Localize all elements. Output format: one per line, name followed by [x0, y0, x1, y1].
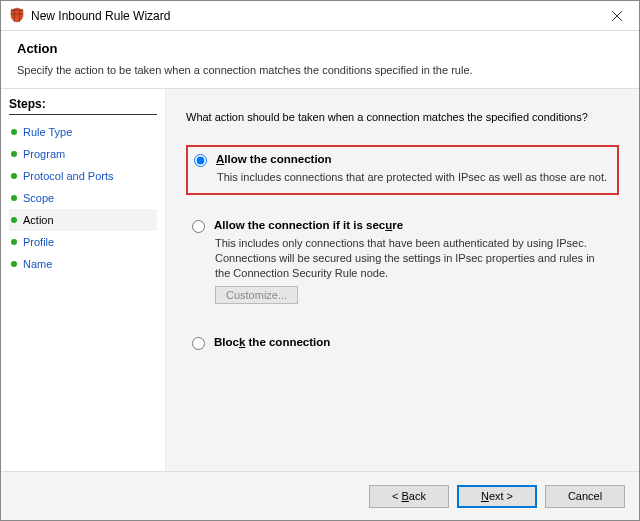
page-subtitle: Specify the action to be taken when a co… [17, 64, 623, 76]
bullet-icon [11, 239, 17, 245]
bullet-icon [11, 261, 17, 267]
customize-button: Customize... [215, 286, 298, 304]
titlebar: New Inbound Rule Wizard [1, 1, 639, 31]
close-button[interactable] [595, 1, 639, 30]
option-allow-secure-title: Allow the connection if it is secure [214, 219, 403, 231]
option-block-title: Block the connection [214, 336, 330, 348]
wizard-footer: < Back Next > Cancel [1, 472, 639, 520]
main-panel: What action should be taken when a conne… [166, 89, 639, 471]
option-allow-secure-row[interactable]: Allow the connection if it is secure [192, 219, 611, 233]
bullet-icon [11, 151, 17, 157]
back-button[interactable]: < Back [369, 485, 449, 508]
option-block-connection: Block the connection [186, 330, 619, 358]
step-name[interactable]: Name [9, 253, 157, 275]
radio-block[interactable] [192, 337, 205, 350]
question-text: What action should be taken when a conne… [186, 111, 619, 123]
step-program[interactable]: Program [9, 143, 157, 165]
step-protocol-ports[interactable]: Protocol and Ports [9, 165, 157, 187]
option-allow-desc: This includes connections that are prote… [217, 170, 609, 185]
step-label: Protocol and Ports [23, 170, 114, 182]
step-profile[interactable]: Profile [9, 231, 157, 253]
radio-allow-secure[interactable] [192, 220, 205, 233]
step-label: Scope [23, 192, 54, 204]
option-allow-title: Allow the connection [216, 153, 332, 165]
option-allow-row[interactable]: Allow the connection [194, 153, 609, 167]
steps-sidebar: Steps: Rule Type Program Protocol and Po… [1, 89, 166, 471]
step-label: Name [23, 258, 52, 270]
steps-heading: Steps: [9, 97, 157, 115]
step-label: Rule Type [23, 126, 72, 138]
step-label: Action [23, 214, 54, 226]
option-allow-secure: Allow the connection if it is secure Thi… [186, 213, 619, 313]
step-action[interactable]: Action [9, 209, 157, 231]
option-allow-secure-desc: This includes only connections that have… [215, 236, 611, 281]
bullet-icon [11, 129, 17, 135]
titlebar-left: New Inbound Rule Wizard [9, 7, 170, 25]
page-title: Action [17, 41, 623, 56]
step-rule-type[interactable]: Rule Type [9, 121, 157, 143]
bullet-icon [11, 217, 17, 223]
radio-allow[interactable] [194, 154, 207, 167]
step-scope[interactable]: Scope [9, 187, 157, 209]
window-title: New Inbound Rule Wizard [31, 9, 170, 23]
option-allow-connection: Allow the connection This includes conne… [186, 145, 619, 195]
wizard-header: Action Specify the action to be taken wh… [1, 31, 639, 89]
step-label: Program [23, 148, 65, 160]
close-icon [612, 11, 622, 21]
content-area: Steps: Rule Type Program Protocol and Po… [1, 89, 639, 472]
next-button[interactable]: Next > [457, 485, 537, 508]
option-block-row[interactable]: Block the connection [192, 336, 611, 350]
bullet-icon [11, 195, 17, 201]
bullet-icon [11, 173, 17, 179]
firewall-shield-icon [9, 7, 25, 25]
cancel-button[interactable]: Cancel [545, 485, 625, 508]
step-label: Profile [23, 236, 54, 248]
